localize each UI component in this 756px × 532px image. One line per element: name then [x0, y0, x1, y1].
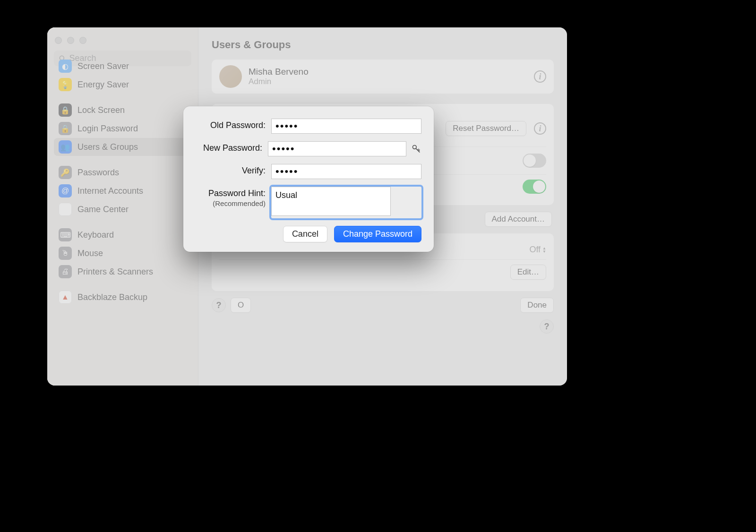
sidebar-item-backblaze-backup[interactable]: ▲Backblaze Backup: [54, 288, 191, 306]
user-role: Admin: [249, 77, 309, 86]
users-icon: 👥: [59, 140, 72, 154]
cancel-button[interactable]: Cancel: [283, 226, 327, 242]
sidebar-item-label: Passwords: [77, 168, 119, 178]
game-center-icon: ✿: [59, 203, 72, 216]
sidebar-item-mouse[interactable]: 🖱Mouse: [54, 244, 191, 262]
info-button[interactable]: i: [534, 122, 546, 135]
edit-button[interactable]: Edit…: [510, 265, 546, 280]
add-account-button[interactable]: Add Account…: [485, 212, 552, 227]
zoom-dot[interactable]: [79, 37, 86, 44]
new-password-label: New Password:: [196, 141, 268, 153]
info-button[interactable]: i: [534, 70, 546, 83]
sidebar-item-printers-scanners[interactable]: 🖨Printers & Scanners: [54, 263, 191, 281]
sidebar-nav: ◐Screen Saver💡Energy Saver🔒Lock Screen🔒L…: [52, 57, 193, 379]
user-name: Misha Berveno: [249, 67, 309, 77]
sidebar-item-label: Energy Saver: [77, 80, 129, 90]
sidebar-item-lock-screen[interactable]: 🔒Lock Screen: [54, 101, 191, 119]
padlock-icon: 🔒: [59, 122, 72, 135]
sidebar-item-users-groups[interactable]: 👥Users & Groups: [54, 138, 191, 156]
sidebar-item-label: Login Password: [77, 124, 138, 134]
avatar[interactable]: [219, 65, 242, 88]
new-password-field[interactable]: [268, 141, 406, 156]
sidebar-item-screen-saver[interactable]: ◐Screen Saver: [54, 57, 191, 75]
chevron-up-down-icon: ▲▼: [542, 247, 546, 253]
sidebar-item-label: Keyboard: [77, 230, 114, 240]
verify-label: Verify:: [196, 164, 271, 176]
hint-label: Password Hint: (Recommended): [196, 187, 271, 207]
close-dot[interactable]: [55, 37, 62, 44]
key-icon[interactable]: [411, 144, 421, 154]
primary-user-row: Misha Berveno Admin i: [212, 60, 554, 94]
allow-toggle[interactable]: [523, 180, 546, 194]
change-password-button[interactable]: Change Password: [334, 226, 421, 242]
verify-password-field[interactable]: [271, 164, 421, 179]
open-button[interactable]: O: [231, 298, 251, 313]
help-button[interactable]: ?: [540, 319, 554, 334]
page-title: Users & Groups: [212, 39, 554, 51]
allow-admin-toggle[interactable]: [523, 154, 546, 168]
footer-row: ? O Done: [212, 298, 554, 313]
sidebar-item-label: Users & Groups: [77, 142, 138, 152]
screen-saver-icon: ◐: [59, 60, 72, 73]
sidebar-item-internet-accounts[interactable]: @Internet Accounts: [54, 182, 191, 200]
minimize-dot[interactable]: [67, 37, 74, 44]
sidebar-item-label: Printers & Scanners: [77, 267, 153, 277]
old-password-field[interactable]: [271, 119, 421, 134]
sidebar-item-login-password[interactable]: 🔒Login Password: [54, 120, 191, 137]
flame-icon: ▲: [59, 291, 72, 304]
sidebar-item-label: Backblaze Backup: [77, 292, 147, 302]
mouse-icon: 🖱: [59, 247, 72, 260]
lock-icon: 🔒: [59, 103, 72, 117]
keyboard-icon: ⌨: [59, 228, 72, 241]
auto-login-value[interactable]: Off ▲▼: [529, 245, 546, 255]
sidebar-item-passwords[interactable]: 🔑Passwords: [54, 163, 191, 181]
password-hint-field[interactable]: [271, 187, 391, 216]
bulb-icon: 💡: [59, 78, 72, 91]
traffic-lights: [52, 34, 193, 51]
sidebar-item-label: Lock Screen: [77, 105, 125, 115]
sidebar-item-keyboard[interactable]: ⌨Keyboard: [54, 226, 191, 244]
svg-point-2: [412, 145, 416, 149]
done-button[interactable]: Done: [520, 298, 554, 313]
sidebar-item-label: Internet Accounts: [77, 186, 143, 196]
sidebar-item-label: Game Center: [77, 205, 129, 215]
key-icon: 🔑: [59, 166, 72, 179]
sidebar-item-energy-saver[interactable]: 💡Energy Saver: [54, 76, 191, 94]
sidebar-item-game-center[interactable]: ✿Game Center: [54, 200, 191, 218]
sidebar-item-label: Screen Saver: [77, 61, 129, 71]
at-icon: @: [59, 184, 72, 197]
change-password-sheet: Old Password: New Password: Verify: Pass…: [183, 106, 434, 252]
help-button[interactable]: ?: [212, 298, 226, 312]
old-password-label: Old Password:: [196, 119, 271, 130]
sidebar: ◐Screen Saver💡Energy Saver🔒Lock Screen🔒L…: [47, 27, 198, 386]
printer-icon: 🖨: [59, 265, 72, 278]
sidebar-item-label: Mouse: [77, 249, 103, 258]
reset-password-button[interactable]: Reset Password…: [446, 121, 526, 136]
